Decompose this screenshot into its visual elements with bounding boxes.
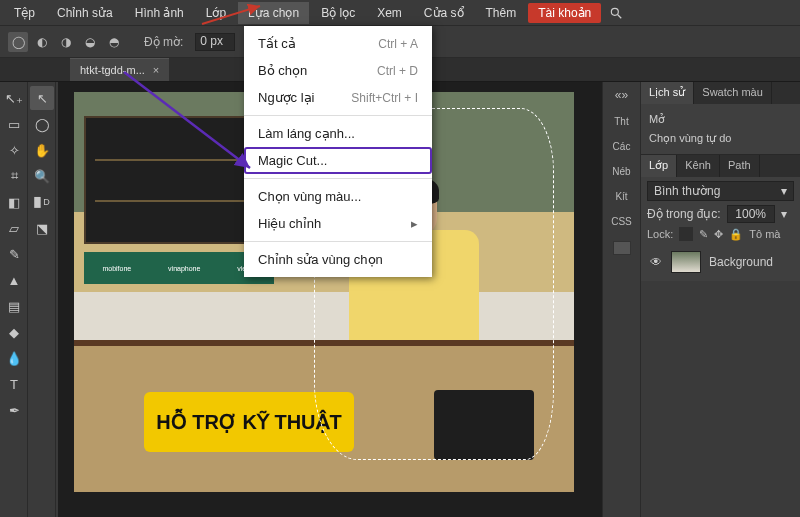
svg-line-2 xyxy=(202,6,260,24)
mag-lasso-option-icon[interactable]: ◑ xyxy=(56,32,76,52)
layer-row[interactable]: 👁 Background xyxy=(647,247,794,277)
chevron-down-icon[interactable]: ▾ xyxy=(781,207,787,221)
menu-item-color-range[interactable]: Chọn vùng màu... xyxy=(244,183,432,210)
menubar: Tệp Chỉnh sửa Hình ảnh Lớp Lựa chọn Bộ l… xyxy=(0,0,800,26)
stub-label[interactable]: CSS xyxy=(611,216,632,227)
collapsed-panel-stub: «» Tht Các Néb Kít CSS xyxy=(602,82,640,517)
wand-tool-icon[interactable]: ✧ xyxy=(2,138,26,162)
zoom-tool-icon[interactable]: 🔍 xyxy=(30,164,54,188)
tab-history[interactable]: Lịch sử xyxy=(641,82,694,104)
stub-label[interactable]: Tht xyxy=(614,116,628,127)
menu-more[interactable]: Thêm xyxy=(476,2,527,24)
opacity-input[interactable]: 100% xyxy=(727,205,775,223)
menu-separator xyxy=(244,178,432,179)
lock-all-icon[interactable]: 🔒 xyxy=(729,228,743,241)
history-item[interactable]: Mở xyxy=(649,110,792,129)
stub-label[interactable]: Néb xyxy=(612,166,630,177)
menu-item-inverse[interactable]: Ngược lạiShift+Ctrl + I xyxy=(244,84,432,111)
menu-item-refine-edge[interactable]: Làm láng cạnh... xyxy=(244,120,432,147)
text-tool-icon[interactable]: T xyxy=(2,372,26,396)
tab-swatches[interactable]: Swatch màu xyxy=(694,82,772,104)
svg-line-1 xyxy=(618,14,622,18)
swatch-picker-icon[interactable]: ◧ xyxy=(2,190,26,214)
expand-icon[interactable]: «» xyxy=(615,88,628,102)
blend-mode-select[interactable]: Bình thường▾ xyxy=(647,181,794,201)
select-menu-dropdown: Tất cảCtrl + A Bỏ chọnCtrl + D Ngược lại… xyxy=(244,26,432,277)
menu-account[interactable]: Tài khoản xyxy=(528,3,601,23)
right-panels: «» Tht Các Néb Kít CSS Lịch sử Swatch mà… xyxy=(602,82,800,517)
feather-input[interactable]: 0 px xyxy=(195,33,235,51)
layers-panel: Bình thường▾ Độ trong đục: 100% ▾ Lock: … xyxy=(641,177,800,281)
marquee-tool-icon[interactable]: ▭ xyxy=(2,112,26,136)
menu-item-magic-cut[interactable]: Magic Cut... xyxy=(244,147,432,174)
cursor-plus-icon[interactable]: ↖₊ xyxy=(2,86,26,110)
move-tool-icon[interactable]: ↖ xyxy=(30,86,54,110)
option-d-icon[interactable]: ◒ xyxy=(80,32,100,52)
lock-transparency-icon[interactable] xyxy=(679,227,693,241)
eraser-tool-icon[interactable]: ▱ xyxy=(2,216,26,240)
layer-thumbnail xyxy=(671,251,701,273)
menu-edit[interactable]: Chỉnh sửa xyxy=(47,2,123,24)
svg-line-3 xyxy=(124,72,250,168)
lock-move-icon[interactable]: ✥ xyxy=(714,228,723,241)
search-icon[interactable] xyxy=(609,6,623,20)
stub-label[interactable]: Các xyxy=(613,141,631,152)
lock-brush-icon[interactable]: ✎ xyxy=(699,228,708,241)
menu-item-modify[interactable]: Hiệu chỉnh▸ xyxy=(244,210,432,237)
stub-label[interactable]: Kít xyxy=(615,191,627,202)
visibility-icon[interactable]: 👁 xyxy=(649,255,663,269)
option-e-icon[interactable]: ◓ xyxy=(104,32,124,52)
feather-label: Độ mờ: xyxy=(144,35,183,49)
crop-tool-icon[interactable]: ⌗ xyxy=(2,164,26,188)
color-d-icon[interactable]: █ D xyxy=(30,190,54,214)
annotation-arrow-menu xyxy=(200,2,270,28)
tab-paths[interactable]: Path xyxy=(720,155,760,177)
menu-item-deselect[interactable]: Bỏ chọnCtrl + D xyxy=(244,57,432,84)
poly-lasso-option-icon[interactable]: ◐ xyxy=(32,32,52,52)
tab-layers[interactable]: Lớp xyxy=(641,155,677,177)
extra-tool-icon[interactable]: ▤ xyxy=(2,294,26,318)
menu-item-select-all[interactable]: Tất cảCtrl + A xyxy=(244,30,432,57)
menu-separator xyxy=(244,115,432,116)
menu-image[interactable]: Hình ảnh xyxy=(125,2,194,24)
submenu-arrow-icon: ▸ xyxy=(411,216,418,231)
history-panel-tabs: Lịch sử Swatch màu xyxy=(641,82,800,104)
menu-item-edit-selection[interactable]: Chỉnh sửa vùng chọn xyxy=(244,246,432,273)
layer-name: Background xyxy=(709,255,773,269)
menu-filter[interactable]: Bộ lọc xyxy=(311,2,365,24)
menu-view[interactable]: Xem xyxy=(367,2,412,24)
history-panel: Mở Chọn vùng tự do xyxy=(641,104,800,155)
color-swap-icon[interactable]: ⬔ xyxy=(30,216,54,240)
lock-label: Lock: xyxy=(647,228,673,240)
fill-label: Tô mà xyxy=(749,228,780,240)
hand-tool-icon[interactable]: ✋ xyxy=(30,138,54,162)
pen-tool-icon[interactable]: ✒ xyxy=(2,398,26,422)
lasso-option-icon[interactable]: ◯ xyxy=(8,32,28,52)
chevron-down-icon: ▾ xyxy=(781,184,787,198)
menu-file[interactable]: Tệp xyxy=(4,2,45,24)
drop-tool-icon[interactable]: 💧 xyxy=(2,346,26,370)
tab-channels[interactable]: Kênh xyxy=(677,155,720,177)
stub-thumb[interactable] xyxy=(613,241,631,255)
tools-panel: ↖₊ ▭ ✧ ⌗ ◧ ▱ ✎ ▲ ▤ ◆ 💧 T ✒ ↖ ◯ ✋ 🔍 █ D ⬔ xyxy=(0,82,58,517)
menu-separator xyxy=(244,241,432,242)
opacity-label: Độ trong đục: xyxy=(647,207,721,221)
annotation-arrow-magic-cut xyxy=(120,68,260,178)
svg-point-0 xyxy=(612,8,619,15)
history-item[interactable]: Chọn vùng tự do xyxy=(649,129,792,148)
lasso-tool-icon[interactable]: ◯ xyxy=(30,112,54,136)
bucket-tool-icon[interactable]: ◆ xyxy=(2,320,26,344)
menu-window[interactable]: Cửa sổ xyxy=(414,2,474,24)
layers-panel-tabs: Lớp Kênh Path xyxy=(641,155,800,177)
brush-tool-icon[interactable]: ✎ xyxy=(2,242,26,266)
clone-tool-icon[interactable]: ▲ xyxy=(2,268,26,292)
